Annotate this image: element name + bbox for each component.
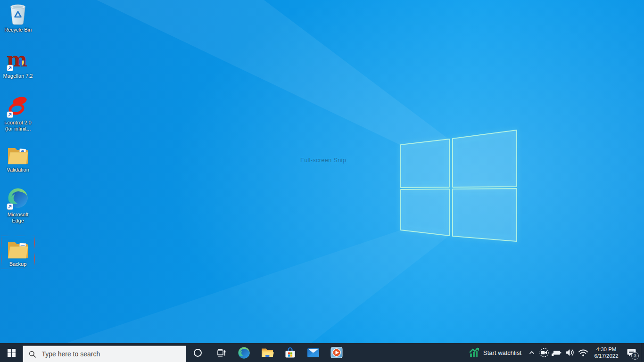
edge-icon [238,346,250,359]
edge-icon [7,188,29,210]
folder-icon [7,237,29,260]
battery-charging-icon [551,348,562,357]
desktop-icon-label-line2: (for infinit... [5,126,31,132]
shortcut-arrow-icon [7,65,13,71]
shortcut-arrow-icon [7,204,13,210]
desktop-icon-label: Backup [9,261,27,267]
fullscreen-snip-watermark: Full-screen Snip [300,156,346,164]
show-hidden-icons-button[interactable] [526,343,537,362]
cortana-button[interactable] [186,343,209,362]
edge-taskbar-button[interactable] [232,343,256,362]
watchlist-label: Start watchlist [483,349,521,356]
desktop-icon-label-line2: Edge [12,218,24,224]
windows-start-icon [8,349,16,357]
system-tray: Start watchlist [464,343,644,362]
recycle-bin-icon [8,3,28,25]
clock[interactable]: 4:30 PM 6/17/2022 [590,343,623,362]
desktop-icon-label: i-control 2.0 [4,120,31,126]
speaker-icon [565,348,575,357]
wifi-icon [578,348,589,357]
desktop-icon-label: Recycle Bin [4,27,32,33]
clock-date: 6/17/2022 [594,353,618,359]
taskbar: Start watchlist [0,343,644,362]
folder-icon [7,143,29,165]
desktop-icon-magellan[interactable]: m Magellan 7.2 [0,49,36,79]
search-input[interactable] [41,350,180,358]
start-watchlist-button[interactable]: Start watchlist [464,343,526,362]
search-icon [29,350,36,358]
desktop-icon-backup-selected[interactable]: Backup [1,236,35,269]
desktop-icon-microsoft-edge[interactable]: Microsoft Edge [0,188,36,224]
desktop-icon-recycle-bin[interactable]: Recycle Bin [0,3,36,33]
store-button[interactable] [279,343,302,362]
battery-button[interactable] [550,343,563,362]
show-desktop-button[interactable] [641,343,644,362]
windows-logo-wallpaper [396,125,523,247]
shortcut-arrow-icon [7,112,13,118]
action-center-button[interactable]: 3 [623,343,641,362]
i-control-icon [7,96,29,118]
mail-button[interactable] [302,343,325,362]
desktop-icon-label: Microsoft [8,212,29,218]
wallpaper: Full-screen Snip [0,0,644,343]
watchlist-chart-icon [469,347,479,358]
microsoft-store-icon [284,346,297,359]
meet-now-camera-icon [539,347,549,358]
desktop-icon-i-control[interactable]: i-control 2.0 (for infinit... [0,96,36,132]
desktop-icon-validation[interactable]: Validation [0,143,36,173]
taskbar-search-box[interactable] [23,346,186,362]
clock-time: 4:30 PM [596,346,617,353]
chevron-up-icon [529,351,535,354]
task-view-button[interactable] [209,343,232,362]
cortana-icon [193,348,202,357]
media-player-button[interactable] [325,343,348,362]
media-player-icon [330,346,343,359]
magellan-icon: m [7,49,29,72]
desktop-screen: Full-screen Snip Recycle Bin m [0,0,644,362]
desktop-icon-label: Validation [7,167,29,173]
meet-now-button[interactable] [537,343,550,362]
desktop-icon-label: Magellan 7.2 [3,73,33,79]
start-button[interactable] [0,343,23,362]
wifi-button[interactable] [576,343,590,362]
file-explorer-icon [261,347,274,358]
mail-icon [307,347,320,358]
task-view-icon [216,349,226,357]
notification-count-badge: 3 [631,352,639,360]
file-explorer-button[interactable] [256,343,279,362]
volume-button[interactable] [563,343,576,362]
